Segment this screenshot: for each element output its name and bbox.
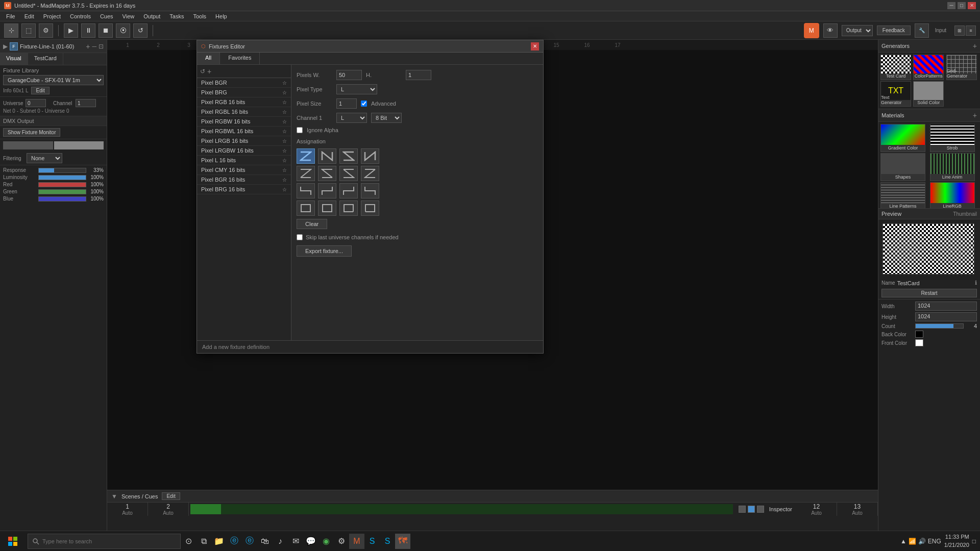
assign-btn-dl1[interactable] xyxy=(297,166,315,181)
loop-button[interactable]: ↺ xyxy=(133,23,148,38)
close-button[interactable]: ✕ xyxy=(968,2,976,9)
maximize-button[interactable]: □ xyxy=(958,2,966,9)
ignore-alpha-checkbox[interactable] xyxy=(297,127,303,133)
filtering-select[interactable]: None xyxy=(27,153,62,163)
channel-select[interactable]: L xyxy=(336,113,367,123)
restart-btn[interactable]: Restart xyxy=(881,289,977,297)
gen-solid[interactable]: Solid Color xyxy=(913,81,944,107)
mat-shapes[interactable]: Shapes xyxy=(880,153,925,181)
assign-btn-br1[interactable] xyxy=(297,183,315,198)
skip-checkbox[interactable] xyxy=(297,234,303,240)
feedback-button[interactable]: Feedback xyxy=(877,26,911,35)
modal-close-btn[interactable]: ✕ xyxy=(531,42,539,51)
pixel-type-select[interactable]: L xyxy=(336,84,377,94)
remove-layer-btn[interactable]: ─ xyxy=(92,43,96,50)
taskbar-cortana[interactable]: ⊙ xyxy=(181,534,196,549)
fixture-pixel-rgb16[interactable]: Pixel RGB 16 bits ☆ xyxy=(197,97,291,107)
taskbar-taskview[interactable]: ⧉ xyxy=(196,534,211,549)
title-bar-controls[interactable]: ─ □ ✕ xyxy=(947,2,976,9)
fixture-pixel-brg[interactable]: Pixel BRG ☆ xyxy=(197,88,291,97)
fixture-pixel-rgbwl16[interactable]: Pixel RGBWL 16 bits ☆ xyxy=(197,127,291,136)
assign-btn-br4[interactable] xyxy=(361,183,379,198)
export-btn[interactable]: Export fixture... xyxy=(297,245,352,257)
menu-cues[interactable]: Cues xyxy=(96,12,117,20)
tray-volume[interactable]: 🔊 xyxy=(918,538,926,545)
taskbar-settings[interactable]: ⚙ xyxy=(334,534,349,549)
info-icon[interactable]: ℹ xyxy=(975,280,977,286)
taskbar-search[interactable] xyxy=(28,534,181,549)
settings-tool[interactable]: ⚙ xyxy=(39,23,53,38)
scene-view-btn-3[interactable] xyxy=(757,506,764,513)
fixture-pixel-bgr[interactable]: Pixel BGR ☆ xyxy=(197,78,291,88)
add-generator-btn[interactable]: + xyxy=(973,42,977,50)
assign-btn-sp2[interactable] xyxy=(318,201,336,216)
menu-tasks[interactable]: Tasks xyxy=(165,12,188,20)
green-slider[interactable] xyxy=(38,189,86,194)
eye-button[interactable]: 👁 xyxy=(823,23,838,38)
assign-btn-z2[interactable] xyxy=(339,148,358,164)
fixture-library-select[interactable]: GarageCube - SFX-01 W 1m xyxy=(3,75,104,85)
taskbar-store[interactable]: 🛍 xyxy=(257,534,273,549)
menu-tools[interactable]: Tools xyxy=(189,12,210,20)
blue-slider[interactable] xyxy=(38,196,86,202)
tray-lang[interactable]: ENG xyxy=(928,538,941,545)
mat-linergb[interactable]: LineRGB xyxy=(930,182,975,209)
taskbar-search-input[interactable] xyxy=(42,538,176,544)
assign-btn-sp3[interactable] xyxy=(339,201,358,216)
back-color-swatch[interactable] xyxy=(915,331,923,338)
taskbar-edge[interactable]: ⓔ xyxy=(227,534,242,549)
taskbar-whatsapp[interactable]: 💬 xyxy=(303,534,318,549)
mat-lineanim[interactable]: Line Anim xyxy=(930,153,975,181)
taskbar-music[interactable]: ♪ xyxy=(273,534,288,549)
expand-layer-btn[interactable]: ⊡ xyxy=(99,43,104,50)
edit-fixture-btn[interactable]: Edit xyxy=(31,87,49,94)
universe-input[interactable] xyxy=(26,99,46,107)
menu-edit[interactable]: Edit xyxy=(20,12,38,20)
scene-12[interactable]: 12 Auto xyxy=(796,503,837,516)
pixel-size-input[interactable] xyxy=(336,98,357,109)
response-slider[interactable] xyxy=(38,168,86,173)
cursor-tool[interactable]: ⊹ xyxy=(4,23,18,38)
show-fixture-monitor-btn[interactable]: Show Fixture Monitor xyxy=(3,128,60,137)
scenes-edit-btn[interactable]: Edit xyxy=(162,492,180,500)
luminosity-slider[interactable] xyxy=(38,175,86,180)
fixture-pixel-brg16[interactable]: Pixel BRG 16 bits ☆ xyxy=(197,185,291,194)
pixel-size-checkbox[interactable] xyxy=(361,101,367,107)
scenes-collapse-icon[interactable]: ▼ xyxy=(111,493,117,500)
record-button[interactable]: ⦿ xyxy=(116,23,130,38)
fixture-refresh-btn[interactable]: ↺ xyxy=(200,68,205,75)
assign-btn-dl2[interactable] xyxy=(339,166,358,181)
modal-tab-all[interactable]: All xyxy=(197,53,220,64)
taskbar-notification[interactable]: □ xyxy=(972,538,976,545)
list-view-btn[interactable]: ≡ xyxy=(966,26,976,36)
pixels-w-input[interactable] xyxy=(336,70,362,80)
gen-grid[interactable]: Grid-Generator xyxy=(946,55,977,80)
menu-help[interactable]: Help xyxy=(211,12,231,20)
tab-visual[interactable]: Visual xyxy=(0,53,28,65)
tab-testcard[interactable]: TestCard xyxy=(28,53,63,65)
expand-icon[interactable]: ▶ xyxy=(3,43,8,50)
taskbar-explorer[interactable]: 📁 xyxy=(211,534,227,549)
output-select[interactable]: Output xyxy=(842,25,873,36)
bit-select[interactable]: 8 Bit xyxy=(371,113,402,123)
fixture-pixel-cmy16[interactable]: Pixel CMY 16 bits ☆ xyxy=(197,165,291,175)
stop-button[interactable]: ⏹ xyxy=(99,23,113,38)
modal-tab-favorites[interactable]: Favorites xyxy=(220,53,260,64)
mat-linepatterns[interactable]: Line Patterns xyxy=(880,182,925,209)
menu-controls[interactable]: Controls xyxy=(66,12,95,20)
scene-13[interactable]: 13 Auto xyxy=(837,503,878,516)
menu-file[interactable]: File xyxy=(2,12,19,20)
fixture-pixel-bgr16[interactable]: Pixel BGR 16 bits ☆ xyxy=(197,175,291,185)
taskbar-start-btn[interactable] xyxy=(0,531,26,552)
gen-testcard[interactable]: Test Card xyxy=(880,55,911,80)
settings-icon-btn[interactable]: 🔧 xyxy=(915,23,929,38)
front-color-swatch[interactable] xyxy=(915,339,923,346)
taskbar-madmapper[interactable]: M xyxy=(349,534,364,549)
assign-btn-sp1[interactable] xyxy=(297,201,315,216)
fixture-pixel-rgbl16[interactable]: Pixel RGBL 16 bits ☆ xyxy=(197,107,291,117)
taskbar-ie[interactable]: ⓔ xyxy=(242,534,257,549)
taskbar-active-app[interactable]: 🗺 xyxy=(395,534,410,549)
taskbar-skype1[interactable]: S xyxy=(364,534,380,549)
assign-btn-sp4[interactable] xyxy=(361,201,379,216)
channel-input[interactable] xyxy=(76,99,96,107)
